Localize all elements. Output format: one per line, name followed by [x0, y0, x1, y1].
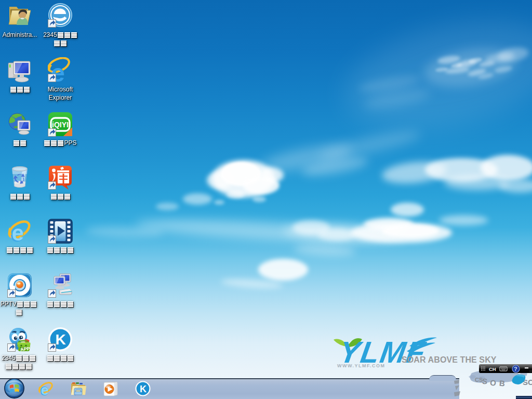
svg-text:WWW.YLMF.COM: WWW.YLMF.COM: [337, 363, 385, 368]
svg-text:K: K: [140, 384, 147, 394]
svg-text:O: O: [489, 378, 497, 388]
svg-text:?: ?: [514, 366, 517, 372]
svg-text:e: e: [12, 221, 24, 244]
svg-text:CS: CS: [475, 377, 483, 383]
svg-text:B: B: [499, 379, 506, 388]
svg-text:e: e: [41, 382, 48, 397]
svg-text:CH: CH: [489, 366, 496, 372]
